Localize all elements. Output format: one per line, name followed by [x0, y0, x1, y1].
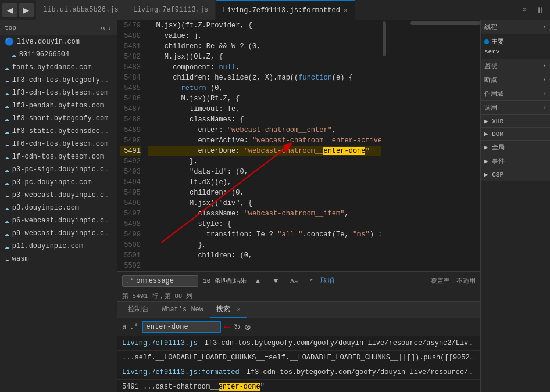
right-section-breakpoint: 断点 › [481, 73, 550, 87]
console-item-2[interactable]: ...self.__LOADABLE_LOADED_CHUNKS__=self.… [117, 351, 480, 365]
tab-back-button[interactable]: ◀ [2, 3, 17, 17]
right-section-event: ▶ 事件 [481, 154, 550, 168]
right-section-header-dom[interactable]: ▶ DOM [481, 128, 550, 140]
right-section-header-csp[interactable]: ▶ CSP [481, 168, 550, 181]
console-area[interactable]: Living.7ef91113.js lf3-cdn-tos.bytegoofy… [117, 336, 480, 392]
tab-pause-button[interactable]: ⏸ [534, 4, 547, 16]
search-case-toggle[interactable]: Aa [287, 276, 301, 286]
code-line-5496: M.jsx)("div", { [148, 198, 381, 208]
bottom-search-star: a [122, 323, 126, 331]
search-input-wrap[interactable]: .* [122, 275, 198, 287]
cloud-icon-17: ☁ [5, 242, 9, 251]
search-input[interactable] [136, 277, 194, 285]
cloud-icon-15: ☁ [5, 216, 9, 225]
sidebar-item-label-2: 801196266504 [19, 51, 69, 59]
tab-console[interactable]: 控制台 [122, 302, 155, 318]
right-section-header-monitor[interactable]: 监视 › [481, 59, 550, 73]
sidebar-item-p9[interactable]: ☁ p9-webcast.douyinpic.cor [0, 227, 117, 240]
sidebar-item-801[interactable]: ☁ 801196266504 [0, 48, 117, 61]
tab-living-js[interactable]: Living.7ef91113.js [126, 0, 216, 20]
console-text-4: 5491 ...cast-chatroom__enter-done" [122, 381, 265, 392]
sidebar-list[interactable]: 🔵 live.douyin.com ☁ 801196266504 ☁ fonts… [0, 35, 117, 392]
right-section-header-scope[interactable]: 作用域 › [481, 87, 550, 100]
tab-lib[interactable]: lib.ui.abba5b26.js [36, 0, 126, 20]
right-item-serv[interactable]: serv [484, 47, 547, 56]
editor-scrollbar-thumb [383, 21, 386, 56]
sidebar-item-wasm[interactable]: ☁ wasm [0, 253, 117, 265]
line-numbers: 5479548054815482 5483548454855486 548754… [117, 20, 145, 271]
arrow-left-icon: ← [224, 321, 231, 333]
right-section-header-global[interactable]: ▶ 全局 [481, 141, 550, 154]
search-cancel-button[interactable]: 取消 [320, 276, 334, 286]
sidebar-item-lf6[interactable]: ☁ lf6-cdn-tos.bytescm.com [0, 138, 117, 150]
search-regex-toggle[interactable]: .* [305, 276, 315, 286]
console-item-1[interactable]: Living.7ef91113.js lf3-cdn-tos.bytegoofy… [117, 336, 480, 351]
right-section-call: 调用 › [481, 101, 550, 115]
right-section-header-event[interactable]: ▶ 事件 [481, 154, 550, 168]
tab-close-icon[interactable]: ✕ [344, 6, 348, 14]
sidebar-item-lf-cdn[interactable]: ☁ lf-cdn-tos.bytescm.com [0, 150, 117, 163]
cloud-icon-7: ☁ [5, 114, 9, 123]
sidebar-header: top ‹‹ › [0, 20, 117, 35]
console-file-1: Living.7ef91113.js [122, 337, 198, 349]
sidebar-item-lf3-static[interactable]: ☁ lf3-static.bytednsdoc.com [0, 125, 117, 138]
sidebar-item-label-3: fonts.bytedance.com [12, 63, 92, 71]
sidebar-item-label-17: p11.douyinpic.com [12, 242, 83, 250]
right-section-title-thread: 线程 [484, 23, 497, 31]
sidebar-item-p3-webcast[interactable]: ☁ p3-webcast.douyinpic.cor [0, 189, 117, 202]
right-section-csp: ▶ CSP [481, 168, 550, 181]
code-line-5493: "data-id": (0, [148, 167, 381, 177]
collapse-icon-breakpoint: › [542, 77, 547, 84]
right-section-global: ▶ 全局 [481, 141, 550, 154]
bottom-search-input-wrap[interactable] [142, 321, 221, 333]
sidebar-item-live-douyin[interactable]: 🔵 live.douyin.com [0, 35, 117, 48]
sidebar-item-lf3-short[interactable]: ☁ lf3-short.bytegoofy.com [0, 112, 117, 125]
search-clear-button[interactable]: ⊗ [244, 322, 251, 332]
bottom-search-input[interactable] [147, 323, 216, 331]
sidebar-item-p3-sign[interactable]: ☁ p3-pc-sign.douyinpic.com [0, 163, 117, 176]
search-next-button[interactable]: ▼ [269, 275, 283, 286]
sidebar-item-p6[interactable]: ☁ p6-webcast.douyinpic.cor [0, 214, 117, 227]
search-matches-label: 10 条匹配结果 [203, 276, 247, 285]
sidebar-nav-right[interactable]: › [108, 24, 112, 32]
right-item-main[interactable]: 主要 [484, 36, 547, 47]
tab-living-formatted[interactable]: Living.7ef91113.js:formatted ✕ [216, 0, 355, 20]
right-section-header-breakpoint[interactable]: 断点 › [481, 73, 550, 87]
sidebar-item-lf3-pendah[interactable]: ☁ lf3-pendah.bytetos.com [0, 99, 117, 112]
sidebar-item-lf3-cdn[interactable]: ☁ lf3-cdn-tos.bytegoofy.cor [0, 74, 117, 87]
sidebar-item-label-8: lf3-static.bytednsdoc.com [12, 127, 112, 135]
horizontal-scrollbar[interactable] [387, 20, 480, 26]
sidebar-item-p11[interactable]: ☁ p11.douyinpic.com [0, 240, 117, 253]
search-prev-button[interactable]: ▲ [251, 275, 265, 286]
right-section-dom: ▶ DOM [481, 128, 550, 141]
tab-overflow-button[interactable]: » [519, 6, 530, 14]
sidebar-item-lf3-bytescm[interactable]: ☁ lf3-cdn-tos.bytescm.com [0, 87, 117, 99]
tab-whatsnew[interactable]: What's New [156, 303, 209, 317]
console-item-3[interactable]: Living.7ef91113.js:formatted lf3-cdn-tos… [117, 365, 480, 380]
code-content[interactable]: M.jsx)(ft.Z.Provider, { value: j, childr… [145, 20, 381, 271]
tab-whatsnew-label: What's New [162, 305, 203, 314]
console-item-4[interactable]: 5491 ...cast-chatroom__enter-done" [117, 380, 480, 392]
tab-search-close-icon[interactable]: ✕ [237, 306, 241, 313]
editor-scrollbar[interactable] [381, 20, 387, 271]
right-section-title-dom: ▶ DOM [484, 130, 503, 138]
dot-blue [484, 39, 489, 44]
sidebar-item-p3[interactable]: ☁ p3.douyinpic.com [0, 202, 117, 214]
right-section-header-xhr[interactable]: ▶ XHR [481, 115, 550, 127]
right-item-serv-label: serv [484, 48, 499, 55]
sidebar-nav-left[interactable]: ‹‹ [99, 24, 106, 32]
code-editor: 5479548054815482 5483548454855486 548754… [117, 20, 480, 271]
tab-search[interactable]: 搜索 ✕ [210, 302, 247, 318]
right-section-header-call[interactable]: 调用 › [481, 101, 550, 114]
code-line-5492: }, [148, 156, 381, 167]
right-section-header-thread[interactable]: 线程 › [481, 20, 550, 34]
cloud-icon-6: ☁ [5, 101, 9, 110]
right-section-title-monitor: 监视 [484, 62, 497, 70]
sidebar-item-label-14: p3.douyinpic.com [12, 204, 79, 212]
cloud-icon-8: ☁ [5, 127, 9, 136]
search-refresh-button[interactable]: ↻ [234, 322, 241, 332]
right-item-main-label: 主要 [491, 37, 504, 46]
sidebar-item-fonts[interactable]: ☁ fonts.bytedance.com [0, 61, 117, 74]
tab-forward-button[interactable]: ▶ [19, 3, 34, 17]
sidebar-item-p3-pc[interactable]: ☁ p3-pc.douyinpic.com [0, 176, 117, 189]
